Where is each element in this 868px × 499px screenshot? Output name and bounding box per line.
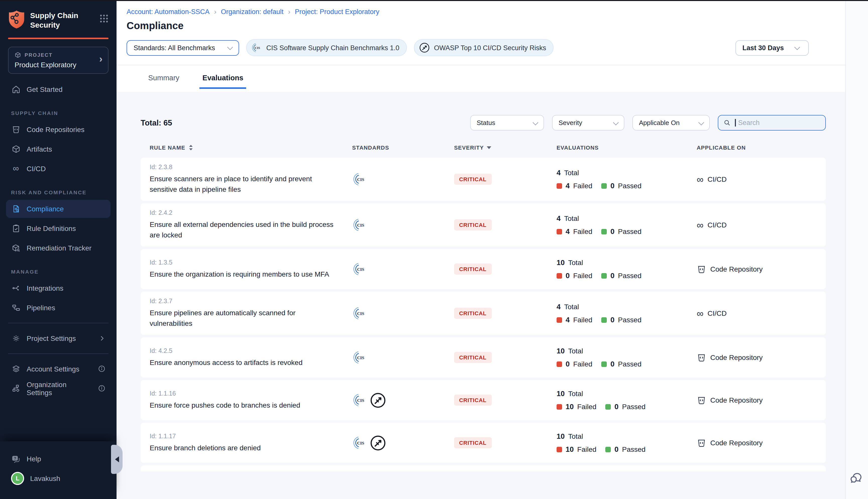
severity-badge: CRITICAL bbox=[454, 308, 492, 319]
eval-failed-number: 0 bbox=[566, 360, 570, 368]
severity-badge: CRITICAL bbox=[454, 352, 492, 363]
chevron-down-icon bbox=[794, 45, 800, 50]
eval-failed-label: Failed bbox=[573, 182, 592, 190]
applicable-on-cell: ∞ CI/CD bbox=[697, 308, 817, 318]
applicable-on-filter-select[interactable]: Applicable On bbox=[632, 115, 710, 131]
sidebar-item-get-started[interactable]: Get Started bbox=[6, 80, 110, 98]
sidebar-item-organization-settings[interactable]: Organization Settings bbox=[6, 379, 110, 397]
table-row[interactable]: Id: 1.1.16 Ensure force pushes code to b… bbox=[141, 380, 826, 420]
eval-passed-number: 0 bbox=[615, 403, 618, 411]
status-filter-select[interactable]: Status bbox=[470, 115, 544, 131]
eval-total-number: 10 bbox=[557, 347, 565, 355]
severity-cell: CRITICAL bbox=[454, 219, 557, 230]
sidebar-item-pipelines[interactable]: Pipelines bbox=[6, 299, 110, 317]
failed-indicator bbox=[557, 229, 562, 234]
applicable-on-cell: Code Repository bbox=[697, 395, 817, 405]
feedback-chat-icon[interactable] bbox=[849, 471, 865, 486]
column-header-rule-name[interactable]: RULE NAME bbox=[150, 144, 352, 151]
evaluations-cell: 10 Total 0 Failed 0 Passed bbox=[557, 258, 697, 280]
evaluations-panel: Total: 65 Status Severity Applicable On bbox=[117, 92, 846, 499]
sidebar-item-compliance[interactable]: Compliance bbox=[6, 199, 110, 218]
evaluations-cell: 10 Total 0 Failed 0 Passed bbox=[557, 347, 697, 368]
cis-icon: CIS bbox=[352, 435, 367, 450]
app-launcher-grid-icon[interactable] bbox=[99, 14, 108, 23]
applicable-on-cell: ∞ CI/CD bbox=[697, 220, 817, 230]
date-range-select[interactable]: Last 30 Days bbox=[735, 40, 809, 56]
integrations-icon bbox=[11, 283, 21, 293]
table-row[interactable]: Id: 2.4.2 Ensure all external dependenci… bbox=[141, 203, 826, 246]
cicd-icon: ∞ bbox=[697, 174, 703, 184]
sidebar-item-code-repositories[interactable]: Code Repositories bbox=[6, 120, 110, 138]
failed-indicator bbox=[557, 183, 562, 188]
standard-chip-owasp[interactable]: OWASP Top 10 CI/CD Security Risks bbox=[414, 39, 554, 56]
severity-cell: CRITICAL bbox=[454, 394, 557, 406]
applicable-label: Code Repository bbox=[710, 353, 763, 362]
tab-evaluations[interactable]: Evaluations bbox=[200, 72, 246, 89]
cicd-icon: ∞ bbox=[697, 308, 703, 318]
applicable-on-cell: Code Repository bbox=[697, 438, 817, 448]
user-menu[interactable]: L Lavakush bbox=[6, 470, 110, 487]
eval-total-number: 4 bbox=[557, 303, 560, 311]
brand-title: Supply Chain Security bbox=[30, 10, 94, 30]
sidebar-item-project-settings[interactable]: Project Settings bbox=[6, 329, 110, 347]
sidebar-item-account-settings[interactable]: Account Settings bbox=[6, 360, 110, 378]
total-count: Total: 65 bbox=[141, 118, 172, 127]
eval-passed-number: 0 bbox=[610, 228, 614, 235]
applicable-label: Code Repository bbox=[710, 439, 763, 447]
page-title: Compliance bbox=[126, 20, 809, 32]
eval-total-label: Total bbox=[564, 169, 579, 177]
breadcrumb-account[interactable]: Account: Automation-SSCA bbox=[126, 8, 209, 15]
rule-cell: Id: 2.3.8 Ensure scanners are in place t… bbox=[150, 164, 352, 195]
code-repository-icon bbox=[697, 353, 706, 362]
tab-summary[interactable]: Summary bbox=[145, 72, 182, 89]
column-header-applicable-on: APPLICABLE ON bbox=[697, 144, 817, 151]
sidebar-collapse-handle[interactable] bbox=[111, 445, 123, 474]
cicd-icon: ∞ bbox=[697, 220, 703, 230]
severity-filter-select[interactable]: Severity bbox=[552, 115, 624, 131]
eval-failed-number: 4 bbox=[566, 182, 570, 190]
sidebar-divider bbox=[8, 353, 108, 354]
eval-failed-number: 0 bbox=[566, 271, 570, 280]
sort-desc-icon bbox=[486, 146, 492, 150]
passed-indicator bbox=[601, 361, 607, 367]
standards-filter-select[interactable]: Standards: All Benchmarks bbox=[126, 40, 239, 56]
box-wrench-icon bbox=[11, 243, 21, 253]
infinity-icon: ∞ bbox=[11, 164, 21, 173]
failed-indicator bbox=[557, 273, 562, 278]
text-caret bbox=[735, 119, 736, 126]
breadcrumb-project[interactable]: Project: Product Exploratory bbox=[295, 8, 379, 15]
column-header-severity[interactable]: SEVERITY bbox=[454, 144, 557, 151]
sidebar-item-help[interactable]: ? Help bbox=[6, 450, 110, 468]
table-row[interactable]: Id: 2.3.7 Ensure pipelines are automatic… bbox=[141, 292, 826, 335]
table-row[interactable]: Id: 4.2.5 Ensure anonymous access to art… bbox=[141, 337, 826, 378]
table-row[interactable]: Id: 1.3.5 Ensure the organization is req… bbox=[141, 249, 826, 289]
sidebar-item-cicd[interactable]: ∞ CI/CD bbox=[6, 159, 110, 178]
eval-total-label: Total bbox=[568, 432, 583, 440]
chevron-down-icon bbox=[698, 120, 704, 125]
eval-total-number: 4 bbox=[557, 169, 560, 177]
standard-chip-cis[interactable]: CIS CIS Software Supply Chain Benchmarks… bbox=[246, 39, 407, 56]
eval-failed-label: Failed bbox=[573, 271, 592, 280]
standards-cell: CIS bbox=[352, 306, 454, 321]
eval-passed-label: Passed bbox=[622, 445, 646, 453]
org-hierarchy-gear-icon bbox=[11, 384, 21, 393]
search-box[interactable] bbox=[718, 115, 826, 131]
passed-indicator bbox=[605, 404, 611, 410]
project-switcher[interactable]: PROJECT Product Exploratory › bbox=[8, 46, 108, 74]
sidebar-item-artifacts[interactable]: Artifacts bbox=[6, 140, 110, 158]
sidebar-item-rule-definitions[interactable]: Rule Definitions bbox=[6, 219, 110, 237]
standards-cell: CIS bbox=[352, 217, 454, 232]
window-top-edge bbox=[0, 0, 868, 1]
svg-text:CIS: CIS bbox=[357, 267, 364, 272]
eval-passed-number: 0 bbox=[615, 445, 618, 453]
cube-icon bbox=[11, 144, 21, 154]
clipboard-check-icon bbox=[11, 223, 21, 233]
rule-cell: Id: 1.1.17 Ensure branch deletions are d… bbox=[150, 433, 352, 453]
breadcrumb-organization[interactable]: Organization: default bbox=[221, 8, 284, 15]
sidebar-item-remediation-tracker[interactable]: Remediation Tracker bbox=[6, 239, 110, 257]
search-input[interactable] bbox=[737, 119, 815, 127]
sidebar-item-integrations[interactable]: Integrations bbox=[6, 279, 110, 297]
table-row[interactable]: Id: 2.3.8 Ensure scanners are in place t… bbox=[141, 158, 826, 201]
table-row[interactable]: Id: 1.1.17 Ensure branch deletions are d… bbox=[141, 423, 826, 463]
rule-id: Id: 2.4.2 bbox=[150, 209, 352, 216]
